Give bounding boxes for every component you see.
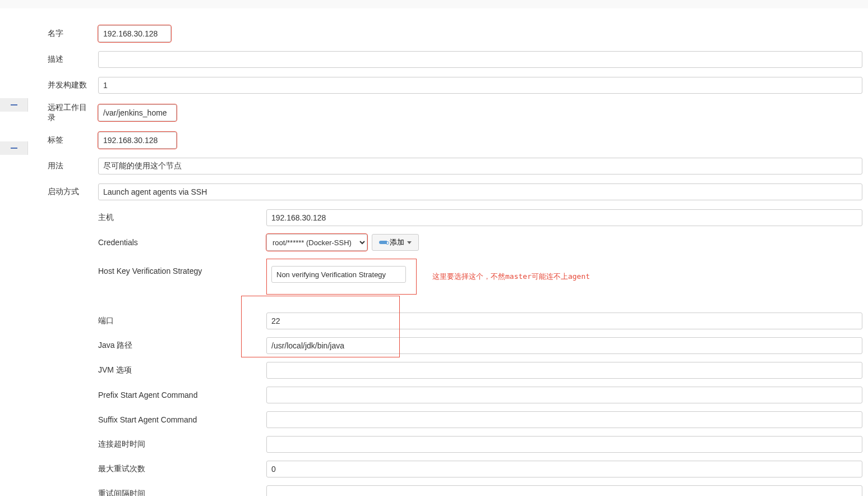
input-labels[interactable] [98,132,177,149]
input-remote-root[interactable] [98,104,177,121]
top-bar [0,0,868,8]
row-name: 名字 [48,25,862,42]
label-description: 描述 [48,54,98,65]
label-credentials: Credentials [98,238,266,247]
ssh-section: 主机 Credentials root/****** (Docker-SSH) … [98,209,862,496]
row-port: 端口 [98,313,862,329]
label-max-retries: 最大重试次数 [98,464,266,474]
input-prefix-cmd[interactable] [266,387,862,403]
row-launch: 启动方式 Launch agent agents via SSH [48,183,862,200]
row-credentials: Credentials root/****** (Docker-SSH) 添加 [98,234,862,251]
host-key-highlight-box: Non verifying Verification Strategy [266,259,417,295]
row-host-key: Host Key Verification Strategy Non verif… [98,259,862,295]
add-credentials-button[interactable]: 添加 [372,234,419,251]
label-conn-timeout: 连接超时时间 [98,439,266,449]
label-retry-wait: 重试间隔时间 [98,489,266,496]
input-retry-wait[interactable] [266,485,862,496]
input-max-retries[interactable] [266,461,862,477]
select-host-key[interactable]: Non verifying Verification Strategy [271,266,406,283]
input-executors[interactable] [98,77,862,94]
row-prefix-cmd: Prefix Start Agent Command [98,387,862,403]
port-java-container: 端口 Java 路径 [98,313,862,354]
host-key-annotation: 这里要选择这个，不然master可能连不上agent [432,272,590,282]
row-remote-root: 远程工作目录 [48,103,862,123]
row-labels: 标签 [48,132,862,149]
input-name[interactable] [98,25,171,42]
input-host[interactable] [266,209,862,226]
label-prefix-cmd: Prefix Start Agent Command [98,391,266,399]
collapse-button-1[interactable] [0,98,28,112]
minus-icon [11,148,17,149]
select-credentials[interactable]: root/****** (Docker-SSH) [266,234,367,251]
label-host-key: Host Key Verification Strategy [98,259,266,275]
select-launch[interactable]: Launch agent agents via SSH [98,183,862,200]
input-jvm-options[interactable] [266,362,862,379]
key-icon [379,241,387,244]
label-name: 名字 [48,29,98,39]
label-jvm-options: JVM 选项 [98,365,266,375]
input-conn-timeout[interactable] [266,436,862,453]
input-suffix-cmd[interactable] [266,411,862,428]
input-java-path[interactable] [266,337,862,354]
label-usage: 用法 [48,161,98,171]
select-usage[interactable]: 尽可能的使用这个节点 [98,158,862,174]
row-usage: 用法 尽可能的使用这个节点 [48,158,862,174]
add-button-label: 添加 [390,237,404,247]
row-max-retries: 最大重试次数 [98,461,862,477]
row-suffix-cmd: Suffix Start Agent Command [98,411,862,428]
input-port[interactable] [266,313,862,329]
collapse-button-2[interactable] [0,141,28,155]
label-java-path: Java 路径 [98,341,266,351]
label-host: 主机 [98,213,266,223]
minus-icon [11,104,17,105]
row-retry-wait: 重试间隔时间 [98,485,862,496]
label-labels: 标签 [48,135,98,145]
row-description: 描述 [48,51,862,68]
node-config-form: 名字 描述 并发构建数 远程工作目录 标签 用法 尽可能的使用这个节点 [48,8,862,496]
row-java-path: Java 路径 [98,337,862,354]
label-launch: 启动方式 [48,187,98,197]
row-jvm-options: JVM 选项 [98,362,862,379]
chevron-down-icon [407,241,412,244]
input-description[interactable] [98,51,862,68]
label-port: 端口 [98,316,266,326]
row-executors: 并发构建数 [48,77,862,94]
row-conn-timeout: 连接超时时间 [98,436,862,453]
label-remote-root: 远程工作目录 [48,103,98,123]
row-host: 主机 [98,209,862,226]
label-executors: 并发构建数 [48,80,98,90]
label-suffix-cmd: Suffix Start Agent Command [98,415,266,424]
